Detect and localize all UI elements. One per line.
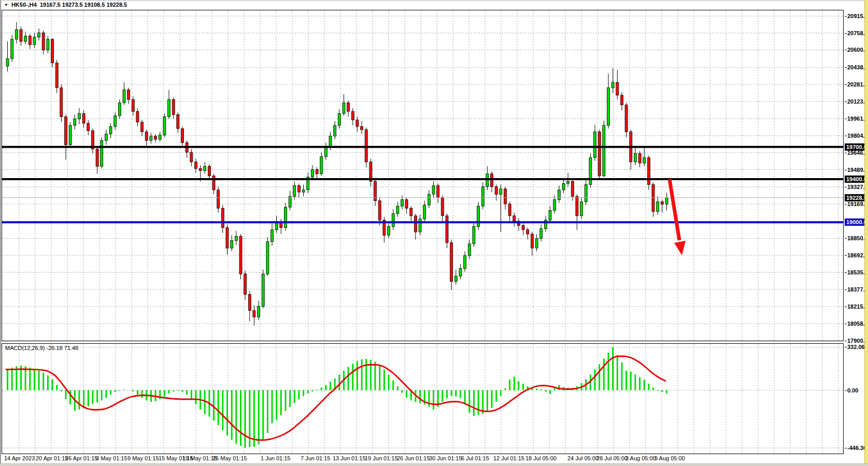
date-tick-label: 20 Apr 01:15 (36, 455, 68, 461)
date-tick-label: 24 Jul 05:00 (567, 455, 599, 461)
macd-indicator-label: MACD(12,26,9) -26.18 71.46 (5, 345, 78, 351)
date-tick-label: 14 Apr 2023 (4, 455, 35, 461)
symbol-timeframe-label: HK50-,H4 (11, 2, 37, 8)
date-tick-label: 25 May 01:15 (212, 455, 247, 461)
mt4-chart-window: ▼HK50-,H4 19167.5 19273.5 19108.5 19228.… (0, 0, 868, 466)
symbol-dropdown-icon[interactable]: ▼ (4, 3, 8, 7)
date-tick-label: 19 May 01:15 (182, 455, 217, 461)
date-tick-label: 3 May 01:15 (96, 455, 127, 461)
macd-indicator-panel[interactable]: MACD(12,26,9) -26.18 71.46 (2, 343, 844, 454)
date-tick-label: 1 Jun 01:15 (261, 455, 291, 461)
chart-border-strip (864, 0, 868, 466)
symbol-info-bar: ▼HK50-,H4 19167.5 19273.5 19108.5 19228.… (4, 2, 127, 9)
window-top-edge (0, 0, 868, 1)
macd-tick-label: 0.00 (847, 387, 858, 394)
date-tick-label: 19 Jun 01:15 (365, 455, 398, 461)
date-tick-label: 28 Jul 05:00 (596, 455, 628, 461)
date-tick-label: 13 Jun 01:15 (333, 455, 366, 461)
date-tick-label: 26 Jun 01:15 (397, 455, 430, 461)
date-tick-label: 7 Jun 01:15 (301, 455, 331, 461)
ohlc-readout: 19167.5 19273.5 19108.5 19228.5 (40, 2, 127, 8)
date-tick-label: 18 Jul 05:00 (525, 455, 557, 461)
date-tick-label: 12 Jul 01:15 (493, 455, 524, 461)
date-tick-label: 26 Apr 01:15 (65, 455, 97, 461)
window-left-edge (0, 0, 1, 466)
macd-canvas[interactable] (2, 344, 843, 454)
down-arrow-annotation[interactable] (670, 179, 686, 255)
date-tick-label: 3 Aug 05:00 (625, 455, 656, 461)
date-axis[interactable]: 14 Apr 202320 Apr 01:1526 Apr 01:153 May… (2, 455, 844, 463)
price-chart-canvas[interactable] (2, 10, 843, 341)
date-tick-label: 9 May 01:15 (127, 455, 159, 461)
window-bottom-edge (0, 463, 868, 466)
macd-signal-line (6, 356, 665, 440)
date-tick-label: 6 Jul 01:15 (461, 455, 489, 461)
price-chart-panel[interactable] (2, 10, 844, 341)
macd-histogram (8, 347, 667, 448)
date-tick-label: 30 Jun 01:15 (429, 455, 462, 461)
macd-tick-label: -446.36 (847, 445, 866, 451)
macd-tick-label: 332.06 (847, 344, 865, 350)
date-tick-label: 9 Aug 05:00 (654, 455, 685, 461)
grid (2, 344, 843, 454)
grid (2, 10, 843, 341)
